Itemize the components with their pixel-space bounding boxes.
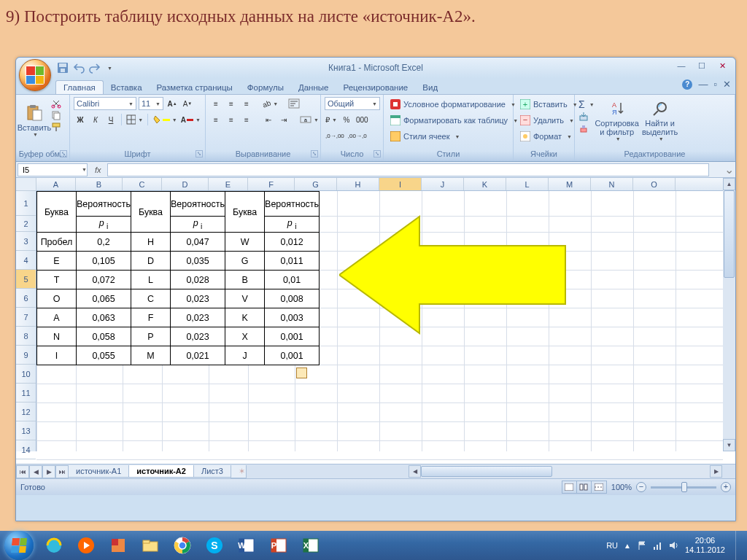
- tab-view[interactable]: Вид: [415, 81, 445, 94]
- increase-decimal-button[interactable]: ,0→,00: [325, 129, 345, 142]
- conditional-formatting-button[interactable]: Условное форматирование▼: [387, 97, 521, 112]
- flag-icon[interactable]: [637, 540, 647, 551]
- doc-restore-button[interactable]: ▫: [713, 79, 717, 90]
- sheet-nav-last[interactable]: ⏭: [55, 465, 69, 478]
- tab-insert[interactable]: Вставка: [104, 81, 150, 94]
- percent-button[interactable]: %: [340, 113, 353, 126]
- sheet-nav-first[interactable]: ⏮: [16, 465, 29, 478]
- format-as-table-button[interactable]: Форматировать как таблицу▼: [387, 113, 521, 128]
- number-launcher[interactable]: ⤡: [374, 150, 381, 158]
- align-left-button[interactable]: ≡: [209, 113, 222, 126]
- column-header-C[interactable]: C: [123, 178, 162, 190]
- select-all-corner[interactable]: [16, 178, 36, 191]
- taskbar-excel[interactable]: X: [295, 534, 326, 557]
- row-header-8[interactable]: 8: [16, 327, 36, 346]
- zoom-out-button[interactable]: −: [636, 482, 646, 492]
- close-button[interactable]: ✕: [713, 59, 731, 72]
- align-middle-button[interactable]: ≡: [225, 97, 238, 110]
- help-icon[interactable]: ?: [682, 79, 692, 90]
- row-header-1[interactable]: 1: [16, 191, 36, 216]
- paste-options-icon[interactable]: [296, 368, 307, 378]
- column-headers[interactable]: ABCDEFGHIJKLMNO: [36, 178, 723, 191]
- sheet-tab-2[interactable]: источник-А2: [128, 465, 194, 478]
- column-header-J[interactable]: J: [422, 178, 464, 190]
- zoom-slider[interactable]: [651, 486, 716, 489]
- tab-page-layout[interactable]: Разметка страницы: [150, 81, 240, 94]
- row-header-2[interactable]: 2: [16, 216, 36, 232]
- show-desktop-button[interactable]: [735, 531, 743, 560]
- sheet-tab-3[interactable]: Лист3: [193, 465, 231, 478]
- font-color-button[interactable]: A▼: [180, 113, 201, 126]
- align-center-button[interactable]: ≡: [225, 113, 238, 126]
- align-top-button[interactable]: ≡: [209, 97, 222, 110]
- fx-icon[interactable]: fx: [95, 166, 101, 174]
- row-header-12[interactable]: 12: [16, 402, 36, 421]
- tray-show-hidden[interactable]: ▲: [624, 542, 631, 550]
- normal-view-button[interactable]: [562, 481, 577, 493]
- clipboard-launcher[interactable]: ⤡: [60, 150, 67, 158]
- column-header-L[interactable]: L: [506, 178, 549, 190]
- row-header-9[interactable]: 9: [16, 346, 36, 365]
- column-header-M[interactable]: M: [549, 178, 591, 190]
- scroll-up-button[interactable]: ▲: [723, 178, 735, 190]
- increase-indent-button[interactable]: ⇥: [277, 113, 290, 126]
- cell-styles-button[interactable]: Стили ячеек▼: [387, 129, 521, 144]
- comma-button[interactable]: 000: [355, 113, 369, 126]
- scroll-right-button[interactable]: ▶: [710, 465, 722, 478]
- tab-review[interactable]: Рецензирование: [336, 81, 415, 94]
- page-layout-view-button[interactable]: [577, 481, 592, 493]
- worksheet-grid[interactable]: ABCDEFGHIJKLMNO 1234567891011121314 Букв…: [16, 178, 735, 464]
- page-break-view-button[interactable]: [592, 481, 606, 493]
- volume-icon[interactable]: [669, 540, 679, 551]
- clear-button[interactable]: [578, 123, 589, 133]
- save-icon[interactable]: [57, 62, 69, 74]
- fill-color-button[interactable]: ▼: [152, 113, 178, 126]
- row-header-10[interactable]: 10: [16, 365, 36, 384]
- doc-close-button[interactable]: ✕: [723, 79, 731, 90]
- name-box[interactable]: I5▼: [18, 163, 88, 176]
- formula-bar-expand[interactable]: ⌄: [722, 163, 735, 176]
- tab-data[interactable]: Данные: [291, 81, 336, 94]
- maximize-button[interactable]: ☐: [693, 59, 711, 72]
- font-name-combo[interactable]: Calibri▼: [74, 97, 136, 110]
- insert-cells-button[interactable]: +Вставить▼: [517, 97, 581, 112]
- shrink-font-button[interactable]: A▼: [181, 97, 194, 110]
- row-header-14[interactable]: 14: [16, 440, 36, 459]
- column-header-G[interactable]: G: [295, 178, 337, 190]
- delete-cells-button[interactable]: −Удалить▼: [517, 113, 581, 128]
- align-bottom-button[interactable]: ≡: [240, 97, 253, 110]
- merge-button[interactable]: a▼: [299, 113, 320, 126]
- row-header-3[interactable]: 3: [16, 232, 36, 251]
- decrease-indent-button[interactable]: ⇤: [262, 113, 275, 126]
- autosum-button[interactable]: Σ: [578, 98, 585, 110]
- taskbar-powerpoint[interactable]: P: [263, 534, 294, 557]
- format-cells-button[interactable]: Формат▼: [517, 129, 581, 144]
- column-header-I[interactable]: I: [379, 178, 422, 190]
- qat-customize-icon[interactable]: ▼: [107, 66, 112, 71]
- row-header-4[interactable]: 4: [16, 251, 36, 270]
- column-header-O[interactable]: O: [633, 178, 676, 190]
- sheet-nav-prev[interactable]: ◀: [29, 465, 42, 478]
- row-header-5[interactable]: 5: [16, 270, 36, 289]
- column-header-H[interactable]: H: [337, 178, 379, 190]
- tab-home[interactable]: Главная: [55, 80, 104, 94]
- zoom-in-button[interactable]: +: [721, 482, 731, 492]
- arrow-shape[interactable]: [339, 206, 573, 351]
- taskbar-explorer[interactable]: [135, 534, 166, 557]
- font-size-combo[interactable]: 11▼: [139, 97, 163, 110]
- accounting-format-button[interactable]: ₽▼: [325, 113, 338, 126]
- doc-minimize-button[interactable]: —: [698, 79, 708, 90]
- paste-button[interactable]: Вставить ▼: [20, 97, 49, 145]
- sheet-nav-next[interactable]: ▶: [42, 465, 55, 478]
- scroll-left-button[interactable]: ◀: [409, 465, 421, 478]
- language-indicator[interactable]: RU: [606, 541, 618, 550]
- zoom-level[interactable]: 100%: [611, 483, 632, 491]
- italic-button[interactable]: К: [89, 113, 102, 126]
- undo-icon[interactable]: [73, 62, 85, 74]
- clock[interactable]: 20:0614.11.2012: [685, 536, 725, 555]
- vertical-scrollbar[interactable]: ▲ ▼: [723, 178, 735, 451]
- wrap-text-button[interactable]: [287, 97, 301, 110]
- borders-button[interactable]: ▼: [125, 113, 144, 126]
- column-header-K[interactable]: K: [464, 178, 506, 190]
- row-header-7[interactable]: 7: [16, 308, 36, 327]
